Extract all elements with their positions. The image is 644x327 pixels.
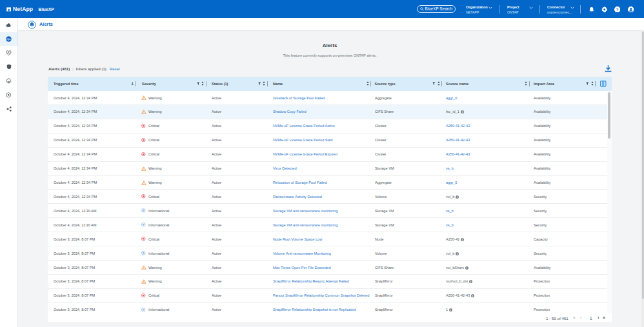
svg-text:?: ? bbox=[616, 7, 619, 12]
